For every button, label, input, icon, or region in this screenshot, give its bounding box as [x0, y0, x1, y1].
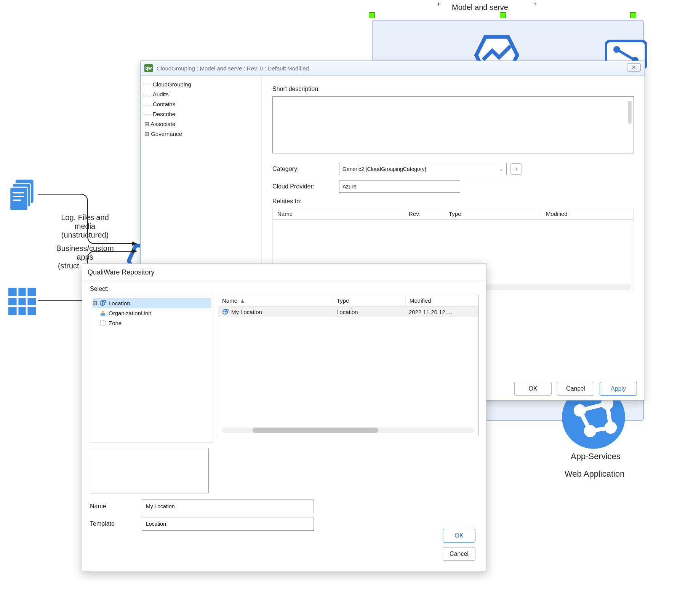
ok-button[interactable]: OK: [443, 529, 475, 543]
list-row[interactable]: My Location Location 2022 11 20 12.…: [218, 306, 478, 317]
nav-cloudgrouping[interactable]: CloudGrouping: [144, 80, 258, 89]
tree-item-organizationunit[interactable]: ⊞ OrganizationUnit: [93, 308, 211, 318]
cancel-button[interactable]: Cancel: [443, 547, 475, 561]
textarea-scrollbar[interactable]: [628, 101, 632, 124]
list-header-name[interactable]: Name▲: [218, 295, 333, 306]
list-header-type[interactable]: Type: [333, 295, 406, 306]
list-header-modified[interactable]: Modified: [406, 295, 478, 306]
close-button[interactable]: ✕: [627, 63, 641, 72]
grid-header-type[interactable]: Type: [444, 208, 541, 219]
selection-handle[interactable]: [369, 12, 375, 18]
svg-rect-16: [8, 288, 36, 315]
type-tree[interactable]: ⊞ Location ⊞ OrganizationUnit ⊞ Zone: [90, 295, 213, 442]
svg-point-22: [102, 311, 104, 313]
svg-point-26: [226, 309, 228, 311]
apply-button[interactable]: Apply: [600, 382, 637, 396]
nav-describe[interactable]: Describe: [144, 109, 258, 119]
select-label: Select:: [82, 281, 486, 295]
preview-pane: [90, 448, 209, 493]
grid-header-modified[interactable]: Modified: [541, 208, 634, 219]
template-input[interactable]: [142, 517, 314, 531]
grid-header-rev[interactable]: Rev.: [404, 208, 444, 219]
tree-item-location[interactable]: ⊞ Location: [93, 298, 211, 308]
nav-contains[interactable]: Contains: [144, 99, 258, 109]
diagram-canvas: ⌜⌝ Model and serve App-Services Web Appl…: [0, 0, 688, 616]
app-services-sublabel: Web Application: [565, 469, 624, 479]
org-icon: [99, 310, 106, 316]
cloud-provider-label: Cloud Provider:: [272, 183, 339, 190]
zone-icon: [99, 319, 106, 326]
sort-asc-icon: ▲: [240, 297, 245, 304]
name-input[interactable]: [142, 500, 314, 513]
app-services-label: App-Services: [571, 452, 621, 461]
cancel-button[interactable]: Cancel: [557, 382, 594, 396]
svg-marker-18: [132, 241, 137, 246]
svg-point-21: [104, 300, 106, 302]
globe-pin-icon: [99, 300, 106, 306]
name-label: Name: [90, 503, 136, 510]
qualiware-repository-dialog: QualiWare Repository Select: ⊞ Location …: [82, 263, 486, 572]
list-scroll-thumb[interactable]: [253, 428, 378, 433]
template-label: Template: [90, 520, 136, 527]
short-description-textarea[interactable]: [272, 96, 634, 153]
grid-icon: [8, 288, 36, 315]
short-desc-label: Short description:: [272, 86, 339, 93]
nav-associate[interactable]: Associate: [144, 119, 258, 129]
tree-item-zone[interactable]: ⊞ Zone: [93, 318, 211, 328]
grid-header-name[interactable]: Name: [273, 208, 404, 219]
category-label: Category:: [272, 166, 339, 172]
dialog2-titlebar[interactable]: QualiWare Repository: [82, 264, 486, 281]
svg-rect-23: [101, 313, 106, 316]
dialog-title-text: CloudGrouping : Model and serve : Rev. 0…: [157, 65, 309, 72]
svg-marker-19: [132, 249, 137, 254]
instance-list[interactable]: Name▲ Type Modified My Location Location…: [218, 295, 478, 436]
cloud-provider-input[interactable]: Azure: [339, 180, 460, 193]
add-category-button[interactable]: ＋: [510, 163, 522, 175]
documents-icon: [10, 177, 38, 211]
relates-to-label: Relates to:: [272, 198, 339, 205]
group-label: Model and serve: [452, 3, 508, 12]
globe-pin-icon: [222, 308, 229, 315]
ok-button[interactable]: OK: [514, 382, 552, 396]
svg-rect-24: [101, 321, 106, 326]
nav-audits[interactable]: Audits: [144, 89, 258, 99]
dialog-titlebar[interactable]: qw CloudGrouping : Model and serve : Rev…: [141, 61, 645, 76]
category-dropdown[interactable]: Generic2 [CloudGroupingCategory] ⌄: [339, 163, 507, 175]
selection-handle[interactable]: [500, 12, 506, 18]
nav-governance[interactable]: Governance: [144, 129, 258, 139]
qw-app-icon: qw: [144, 64, 153, 72]
dialog2-title-text: QualiWare Repository: [88, 268, 154, 276]
chevron-down-icon: ⌄: [499, 166, 503, 172]
category-value: Generic2 [CloudGroupingCategory]: [342, 166, 426, 172]
svg-rect-12: [10, 187, 28, 211]
selection-handle[interactable]: [630, 12, 636, 18]
